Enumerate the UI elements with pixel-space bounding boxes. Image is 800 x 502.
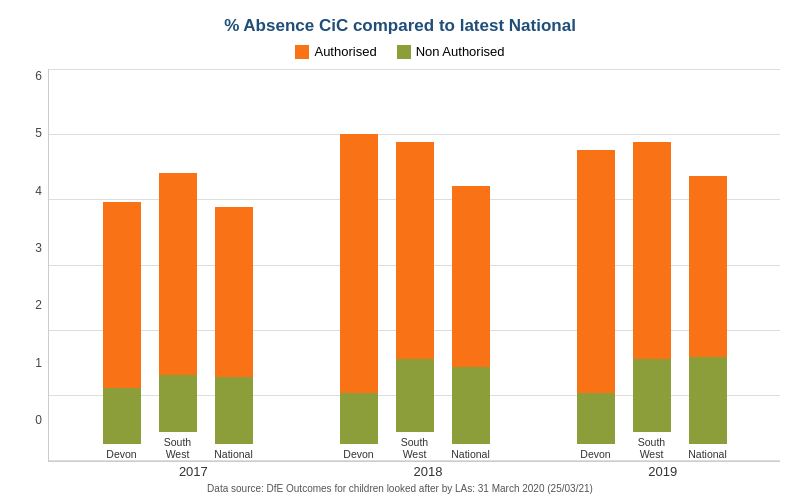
bar-segment-auth <box>633 142 671 359</box>
bar-wrap: Devon <box>97 202 147 461</box>
y-axis-label: 5 <box>35 126 42 140</box>
bar-segment-nonauth <box>159 375 197 432</box>
bar-stack <box>159 173 197 431</box>
bar-label: SouthWest <box>390 436 440 461</box>
bar-stack <box>577 150 615 444</box>
bar-wrap: Devon <box>571 150 621 461</box>
data-source: Data source: DfE Outcomes for children l… <box>207 483 593 494</box>
bar-segment-nonauth <box>577 393 615 445</box>
bar-label: Devon <box>334 448 384 461</box>
bar-wrap: SouthWest <box>390 142 440 461</box>
y-axis-label: 3 <box>35 241 42 255</box>
year-group-2018: DevonSouthWestNational <box>296 134 533 461</box>
year-group-2019: DevonSouthWestNational <box>533 142 770 461</box>
bar-label: SouthWest <box>153 436 203 461</box>
y-axis-label: 6 <box>35 69 42 83</box>
bar-segment-auth <box>103 202 141 388</box>
bar-label: Devon <box>571 448 621 461</box>
bar-segment-nonauth <box>103 388 141 445</box>
bar-stack <box>689 176 727 445</box>
y-axis-label: 1 <box>35 356 42 370</box>
bar-label: Devon <box>97 448 147 461</box>
bar-label: National <box>446 448 496 461</box>
legend-authorised: Authorised <box>295 44 376 59</box>
bar-label: SouthWest <box>627 436 677 461</box>
bar-label: National <box>209 448 259 461</box>
bar-label: National <box>683 448 733 461</box>
bar-stack <box>452 186 490 444</box>
bar-wrap: National <box>446 186 496 461</box>
authorised-label: Authorised <box>314 44 376 59</box>
chart-legend: Authorised Non Authorised <box>295 44 504 59</box>
bar-stack <box>103 202 141 445</box>
bar-wrap: National <box>209 207 259 461</box>
bar-segment-nonauth <box>396 359 434 431</box>
chart-title: % Absence CiC compared to latest Nationa… <box>224 16 576 36</box>
bar-segment-auth <box>215 207 253 378</box>
bar-segment-auth <box>159 173 197 375</box>
year-label-2017: 2017 <box>76 464 311 479</box>
bar-segment-nonauth <box>689 357 727 445</box>
bar-segment-auth <box>452 186 490 367</box>
bar-segment-nonauth <box>633 359 671 431</box>
bar-stack <box>340 134 378 444</box>
legend-non-authorised: Non Authorised <box>397 44 505 59</box>
grid-and-bars: DevonSouthWestNationalDevonSouthWestNati… <box>48 69 780 462</box>
bar-segment-auth <box>577 150 615 393</box>
authorised-color-box <box>295 45 309 59</box>
year-label-2019: 2019 <box>545 464 780 479</box>
non-authorised-label: Non Authorised <box>416 44 505 59</box>
bar-wrap: Devon <box>334 134 384 461</box>
bar-segment-auth <box>340 134 378 392</box>
year-label-2018: 2018 <box>311 464 546 479</box>
bar-wrap: National <box>683 176 733 461</box>
non-authorised-color-box <box>397 45 411 59</box>
chart-inner: DevonSouthWestNationalDevonSouthWestNati… <box>48 69 780 479</box>
bar-stack <box>633 142 671 431</box>
bar-wrap: SouthWest <box>627 142 677 461</box>
bar-segment-nonauth <box>215 377 253 444</box>
bar-stack <box>215 207 253 445</box>
y-axis-label: 4 <box>35 184 42 198</box>
x-axis-years: 201720182019 <box>48 464 780 479</box>
bar-segment-auth <box>396 142 434 359</box>
chart-area: 0123456 DevonSouthWestNationalDevonSouth… <box>20 69 780 479</box>
bars-row: DevonSouthWestNationalDevonSouthWestNati… <box>49 69 780 461</box>
y-axis-label: 2 <box>35 298 42 312</box>
bar-segment-nonauth <box>452 367 490 445</box>
bar-segment-auth <box>689 176 727 357</box>
bar-segment-nonauth <box>340 393 378 445</box>
y-axis-label: 0 <box>35 413 42 427</box>
year-group-2017: DevonSouthWestNational <box>59 173 296 461</box>
y-axis: 0123456 <box>20 69 48 479</box>
bar-stack <box>396 142 434 431</box>
bar-wrap: SouthWest <box>153 173 203 461</box>
